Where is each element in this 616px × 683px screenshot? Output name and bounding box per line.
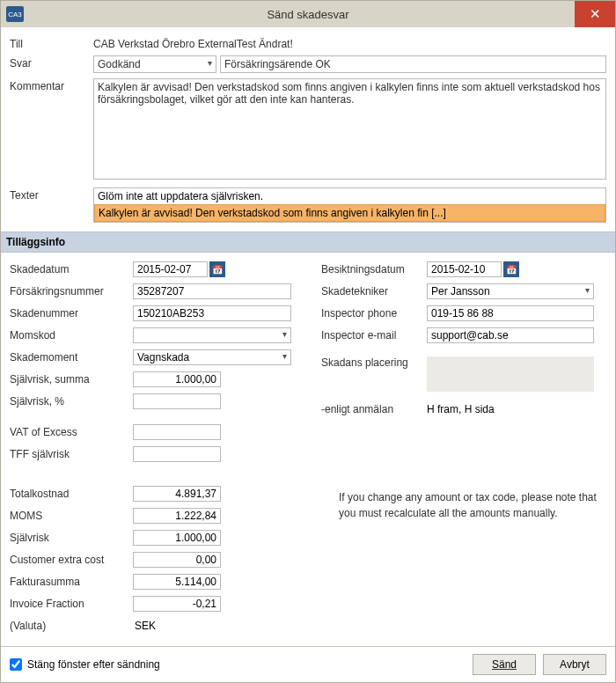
skademoment-select[interactable]: Vagnskada bbox=[133, 349, 291, 365]
custextra-input[interactable] bbox=[133, 552, 221, 568]
skadedatum-input[interactable] bbox=[133, 261, 208, 277]
label-sjalvrisk-pct: Självrisk, % bbox=[10, 395, 133, 408]
label-tff: TFF självrisk bbox=[10, 448, 133, 460]
svar-select[interactable]: Godkänd bbox=[93, 55, 216, 73]
label-email: Inspector e-mail bbox=[321, 329, 427, 342]
label-custextra: Customer extra cost bbox=[10, 554, 133, 566]
label-sjalvrisk: Självrisk bbox=[10, 532, 133, 544]
close-button[interactable]: ✕ bbox=[575, 1, 615, 27]
sjalvrisk-summa-input[interactable] bbox=[133, 371, 221, 387]
label-besikt: Besiktningsdatum bbox=[321, 263, 427, 275]
svar-subject-input[interactable] bbox=[220, 55, 606, 73]
skadenummer-input[interactable] bbox=[133, 305, 291, 321]
label-anmalan: -enligt anmälan bbox=[321, 403, 427, 415]
value-till: CAB Verkstad Örebro ExternalTest Ändrat! bbox=[93, 36, 606, 50]
label-moms: MOMS bbox=[10, 510, 133, 522]
right-column: Besiktningsdatum 📅 Skadetekniker Per Jan… bbox=[321, 260, 606, 638]
label-sjalvrisk-summa: Självrisk, summa bbox=[10, 373, 133, 386]
content-area: Till CAB Verkstad Örebro ExternalTest Än… bbox=[1, 27, 615, 646]
left-column: Skadedatum 📅 Försäkringsnummer Skadenumm… bbox=[10, 260, 295, 638]
email-input[interactable] bbox=[427, 327, 594, 343]
label-skadedatum: Skadedatum bbox=[10, 263, 133, 275]
section-tillaggsinfo: Tilläggsinfo bbox=[1, 231, 615, 253]
kommentar-textarea[interactable]: Kalkylen är avvisad! Den verkstadskod so… bbox=[93, 78, 606, 180]
label-skadenummer: Skadenummer bbox=[10, 307, 133, 319]
close-after-send-label: Stäng fönster efter sändning bbox=[27, 658, 160, 671]
label-svar: Svar bbox=[10, 55, 93, 70]
phone-input[interactable] bbox=[427, 305, 594, 321]
label-invfrac: Invoice Fraction bbox=[10, 598, 133, 610]
label-till: Till bbox=[10, 36, 93, 50]
texter-item-highlighted[interactable]: Kalkylen är avvisad! Den verkstadskod so… bbox=[94, 204, 605, 222]
cancel-button[interactable]: Avbryt bbox=[543, 654, 606, 675]
recalc-note: If you change any amount or tax code, pl… bbox=[321, 489, 606, 521]
texter-list[interactable]: Glöm inte att uppdatera självrisken. Kal… bbox=[93, 187, 606, 223]
close-after-send-checkbox[interactable]: Stäng fönster efter sändning bbox=[10, 658, 160, 671]
titlebar: CA3 Sänd skadesvar ✕ bbox=[1, 1, 615, 27]
label-totalkostnad: Totalkostnad bbox=[10, 488, 133, 500]
calendar-icon[interactable]: 📅 bbox=[209, 261, 225, 277]
calendar-icon[interactable]: 📅 bbox=[503, 261, 519, 277]
label-kommentar: Kommentar bbox=[10, 78, 93, 92]
label-phone: Inspector phone bbox=[321, 307, 427, 319]
label-vat-excess: VAT of Excess bbox=[10, 426, 133, 438]
momskod-select[interactable] bbox=[133, 327, 291, 343]
forsnr-input[interactable] bbox=[133, 283, 291, 299]
label-momskod: Momskod bbox=[10, 329, 133, 342]
besikt-input[interactable] bbox=[427, 261, 502, 277]
label-valuta: (Valuta) bbox=[10, 620, 133, 632]
footer-bar: Stäng fönster efter sändning Sänd Avbryt bbox=[1, 646, 615, 682]
label-texter: Texter bbox=[10, 187, 93, 202]
label-skadetekniker: Skadetekniker bbox=[321, 285, 427, 297]
close-after-send-input[interactable] bbox=[10, 658, 22, 671]
sjalvrisk-pct-input[interactable] bbox=[133, 393, 221, 409]
valuta-value: SEK bbox=[133, 620, 156, 632]
label-fakturasumma: Fakturasumma bbox=[10, 576, 133, 588]
totalkostnad-input[interactable] bbox=[133, 486, 221, 502]
sjalvrisk-input[interactable] bbox=[133, 530, 221, 546]
label-skademoment: Skademoment bbox=[10, 351, 133, 364]
anmalan-value: H fram, H sida bbox=[427, 403, 594, 415]
placering-box bbox=[427, 356, 594, 392]
fakturasumma-input[interactable] bbox=[133, 574, 221, 590]
texter-item[interactable]: Glöm inte att uppdatera självrisken. bbox=[94, 188, 605, 204]
invfrac-input[interactable] bbox=[133, 596, 221, 612]
send-button[interactable]: Sänd bbox=[473, 654, 536, 675]
label-placering: Skadans placering bbox=[321, 356, 427, 369]
moms-input[interactable] bbox=[133, 508, 221, 524]
window-title: Sänd skadesvar bbox=[1, 8, 615, 21]
tff-input[interactable] bbox=[133, 446, 221, 462]
skadetekniker-select[interactable]: Per Jansson bbox=[427, 283, 594, 299]
vat-excess-input[interactable] bbox=[133, 424, 221, 440]
dialog-window: CA3 Sänd skadesvar ✕ Till CAB Verkstad Ö… bbox=[0, 0, 616, 683]
label-forsnr: Försäkringsnummer bbox=[10, 285, 133, 297]
